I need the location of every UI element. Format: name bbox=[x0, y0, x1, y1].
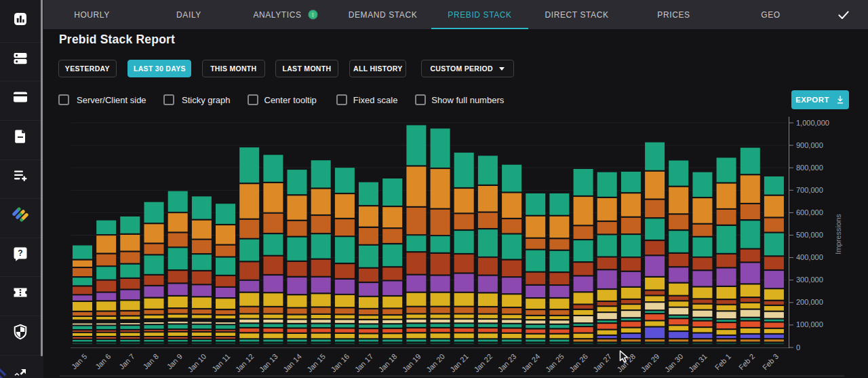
svg-text:Jan 17: Jan 17 bbox=[353, 352, 375, 374]
svg-text:Jan 14: Jan 14 bbox=[281, 352, 303, 374]
svg-text:Jan 15: Jan 15 bbox=[305, 352, 327, 374]
svg-text:700,000: 700,000 bbox=[796, 186, 823, 194]
svg-text:Jan 22: Jan 22 bbox=[472, 352, 494, 374]
svg-text:!: ! bbox=[311, 12, 313, 18]
svg-text:Jan 20: Jan 20 bbox=[425, 352, 446, 374]
svg-text:Jan 29: Jan 29 bbox=[639, 352, 661, 374]
svg-text:300,000: 300,000 bbox=[796, 276, 823, 284]
svg-text:100,000: 100,000 bbox=[796, 320, 823, 328]
svg-text:Jan 10: Jan 10 bbox=[186, 352, 208, 374]
svg-text:Jan 7: Jan 7 bbox=[117, 352, 136, 371]
svg-text:Jan 16: Jan 16 bbox=[329, 352, 351, 374]
svg-text:Jan 5: Jan 5 bbox=[70, 352, 89, 371]
svg-text:Feb 2: Feb 2 bbox=[737, 352, 756, 371]
svg-text:Impressions: Impressions bbox=[834, 214, 842, 254]
svg-text:Jan 19: Jan 19 bbox=[401, 352, 422, 374]
svg-text:600,000: 600,000 bbox=[796, 208, 823, 216]
svg-text:Jan 18: Jan 18 bbox=[377, 352, 399, 374]
svg-text:Jan 6: Jan 6 bbox=[94, 352, 113, 371]
svg-text:Feb 1: Feb 1 bbox=[713, 352, 732, 371]
svg-text:Jan 24: Jan 24 bbox=[520, 352, 542, 374]
svg-text:Feb 3: Feb 3 bbox=[761, 352, 780, 371]
svg-text:900,000: 900,000 bbox=[796, 141, 823, 149]
svg-text:500,000: 500,000 bbox=[796, 231, 823, 239]
svg-text:1,000,000: 1,000,000 bbox=[796, 119, 829, 127]
svg-text:0: 0 bbox=[796, 343, 800, 352]
svg-text:Jan 28: Jan 28 bbox=[615, 352, 637, 374]
svg-text:Jan 11: Jan 11 bbox=[210, 352, 231, 373]
svg-text:Jan 21: Jan 21 bbox=[448, 352, 470, 374]
svg-text:Jan 27: Jan 27 bbox=[591, 352, 613, 374]
svg-text:Jan 8: Jan 8 bbox=[141, 352, 160, 371]
svg-text:?: ? bbox=[18, 248, 22, 258]
svg-text:Jan 13: Jan 13 bbox=[258, 352, 279, 374]
svg-text:400,000: 400,000 bbox=[796, 253, 823, 261]
svg-text:800,000: 800,000 bbox=[796, 164, 823, 172]
svg-text:Jan 12: Jan 12 bbox=[234, 352, 256, 374]
svg-text:Jan 30: Jan 30 bbox=[663, 352, 685, 374]
svg-text:200,000: 200,000 bbox=[796, 298, 823, 306]
svg-text:Jan 9: Jan 9 bbox=[165, 352, 184, 371]
svg-text:Jan 26: Jan 26 bbox=[568, 352, 589, 374]
svg-text:Jan 25: Jan 25 bbox=[544, 352, 566, 374]
svg-text:Jan 31: Jan 31 bbox=[687, 352, 709, 374]
svg-text:Jan 23: Jan 23 bbox=[496, 352, 518, 374]
